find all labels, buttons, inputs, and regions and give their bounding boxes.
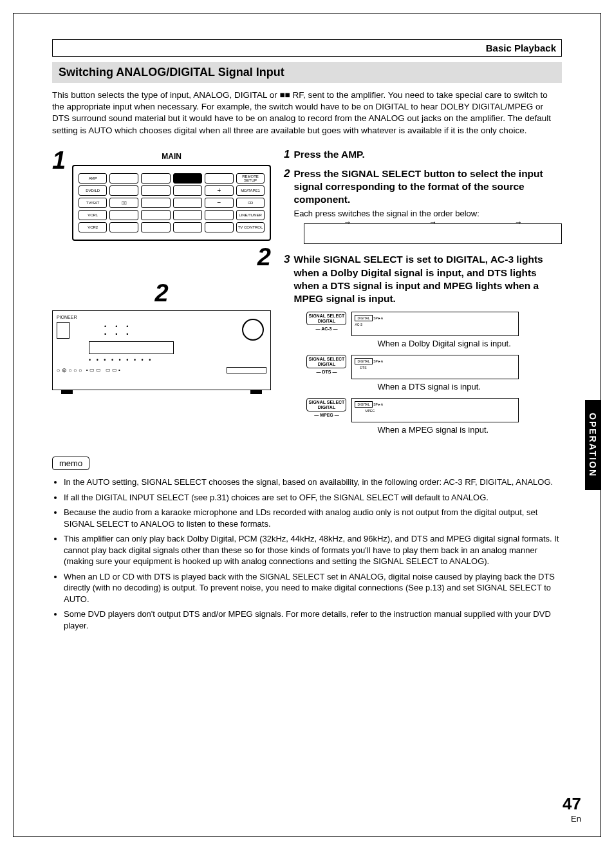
remote-btn-dvdld: DVD/LD	[79, 185, 107, 196]
signal-select-button: SIGNAL SELECTDIGITAL	[306, 355, 346, 368]
amplifier-diagram: PIONEER • • • • • • • • • • • • • • • ○ …	[52, 310, 271, 390]
remote-btn-tvsat: TV/SAT	[79, 198, 107, 208]
step-2-text: Each press switches the signal in the or…	[293, 209, 562, 218]
step-2-number: 2	[284, 167, 290, 244]
arrow-icon: →	[515, 218, 523, 227]
page-footer: 47 En	[563, 794, 581, 824]
step-3-number: 3	[284, 253, 290, 441]
indicator-mpeg: MPEG	[320, 413, 333, 417]
signal-flow-diagram: → → →	[304, 223, 562, 244]
step-2-title: Press the SIGNAL SELECT button to select…	[293, 167, 562, 206]
arrow-icon: →	[344, 218, 351, 227]
memo-item: When an LD or CD with DTS is played back…	[64, 571, 562, 605]
intro-paragraph: This button selects the type of input, A…	[52, 90, 562, 137]
remote-btn-cd: CD	[236, 198, 265, 208]
indicator-ac3: AC-3	[321, 326, 331, 331]
memo-list: In the AUTO setting, SIGNAL SELECT choos…	[52, 476, 562, 632]
step-1-number: 1	[284, 148, 290, 161]
remote-main-label: MAIN	[72, 152, 271, 161]
memo-label: memo	[52, 457, 89, 470]
remote-btn-tvcontrol: TV CONTROL	[236, 222, 265, 232]
caption-dts: When a DTS signal is input.	[377, 382, 562, 392]
display-panel-mpeg: DIGITAL SP►A MPEG	[351, 398, 519, 422]
figure-number-2a: 2	[257, 243, 271, 270]
header-section: Basic Playback	[52, 39, 562, 57]
remote-diagram: AMPREMOTE SETUP DVD/LD+MD/TAPE1 TV/SAT▯▯…	[72, 165, 271, 241]
caption-ac3: When a Dolby Digital signal is input.	[377, 339, 562, 348]
remote-btn-mdtape1: MD/TAPE1	[236, 185, 265, 196]
signal-select-button: SIGNAL SELECTDIGITAL	[306, 398, 346, 411]
remote-btn-remote-setup: REMOTE SETUP	[236, 173, 265, 184]
display-panel-dts: DIGITAL SP►A DTS	[351, 355, 519, 379]
remote-btn-amp: AMP	[79, 173, 107, 184]
remote-btn-linetuner: LINE/TUNER	[236, 210, 265, 220]
memo-item: This amplifier can only play back Dolby …	[64, 533, 562, 567]
memo-item: Some DVD players don't output DTS and/or…	[64, 609, 562, 631]
arrow-icon: →	[429, 218, 437, 227]
section-title: Switching ANALOG/DIGITAL Signal Input	[52, 62, 562, 83]
indicator-dts: DTS	[322, 370, 331, 374]
display-panel-ac3: DIGITAL SP►A AC-3	[351, 312, 519, 336]
signal-select-button: SIGNAL SELECTDIGITAL	[306, 312, 346, 325]
page-lang: En	[563, 814, 581, 824]
figure-number-1: 1	[52, 148, 66, 173]
step-1-title: Press the AMP.	[293, 148, 562, 161]
caption-mpeg: When a MPEG signal is input.	[377, 425, 562, 435]
remote-btn-vcr1: VCR1	[79, 210, 107, 220]
page-number: 47	[563, 794, 581, 814]
figure-number-2b: 2	[154, 279, 168, 307]
side-tab-operation: OPERATION	[585, 400, 600, 490]
remote-btn-vcr2: VCR2	[79, 222, 107, 232]
step-3-title: While SIGNAL SELECT is set to DIGITAL, A…	[293, 253, 562, 305]
memo-item: In the AUTO setting, SIGNAL SELECT choos…	[64, 476, 562, 488]
memo-item: Because the audio from a karaoke microph…	[64, 507, 562, 529]
memo-item: If all the DIGITAL INPUT SELECT (see p.3…	[64, 492, 562, 504]
